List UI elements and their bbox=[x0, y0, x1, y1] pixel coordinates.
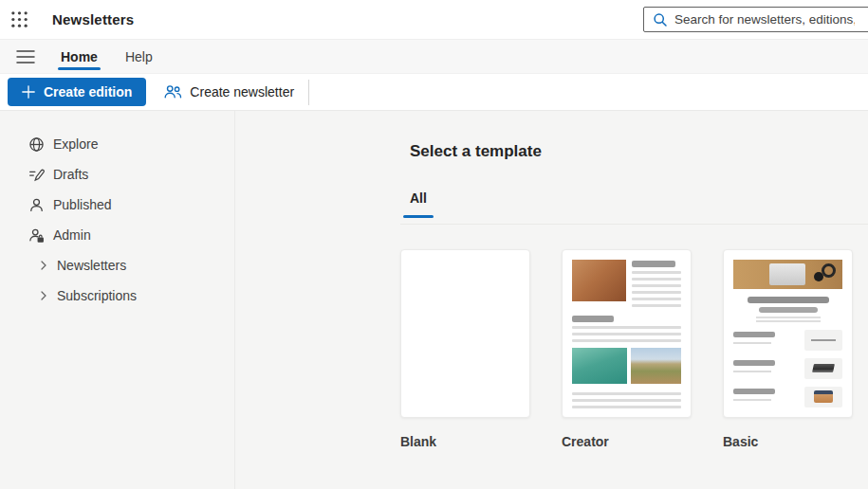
creator-thumbnail bbox=[572, 260, 681, 408]
tab-help[interactable]: Help bbox=[122, 40, 156, 73]
hamburger-menu-icon[interactable] bbox=[16, 40, 35, 73]
thumb-headphone-ring bbox=[822, 263, 836, 278]
tab-all-label: All bbox=[410, 190, 427, 206]
sidebar-item-published[interactable]: Published bbox=[0, 190, 234, 220]
thumb-subtitle-bar bbox=[759, 307, 818, 313]
person-icon bbox=[28, 197, 45, 213]
search-box[interactable] bbox=[643, 7, 868, 32]
create-newsletter-label: Create newsletter bbox=[190, 84, 294, 100]
people-icon bbox=[163, 82, 182, 101]
sidebar-item-explore[interactable]: Explore bbox=[0, 129, 234, 159]
sidebar-item-admin[interactable]: Admin bbox=[0, 220, 234, 250]
search-input[interactable] bbox=[674, 12, 855, 27]
sidebar-item-label: Admin bbox=[53, 227, 91, 243]
search-icon bbox=[653, 12, 668, 27]
sidebar-item-label: Subscriptions bbox=[57, 288, 137, 303]
tab-home-label: Home bbox=[61, 49, 98, 64]
sidebar-item-label: Explore bbox=[53, 136, 98, 152]
chevron-right-icon bbox=[35, 260, 51, 271]
thumb-title-bar bbox=[572, 316, 614, 322]
globe-icon bbox=[28, 136, 45, 153]
sidebar: Explore Drafts Published bbox=[0, 111, 235, 489]
page-title: Newsletters bbox=[52, 11, 134, 27]
thumb-landscape-photo bbox=[631, 348, 681, 384]
template-label: Basic bbox=[723, 434, 853, 449]
sidebar-item-label: Newsletters bbox=[57, 258, 126, 273]
create-edition-button[interactable]: Create edition bbox=[8, 78, 146, 106]
thumb-product-photo bbox=[804, 330, 842, 351]
sidebar-item-drafts[interactable]: Drafts bbox=[0, 159, 234, 190]
waffle-grid-icon bbox=[10, 10, 28, 28]
drafts-pen-icon bbox=[28, 167, 45, 183]
thumb-banner-photo bbox=[733, 260, 842, 289]
sidebar-item-label: Published bbox=[53, 197, 112, 212]
thumb-title-bar bbox=[632, 261, 675, 267]
template-label: Creator bbox=[562, 434, 692, 449]
plus-icon bbox=[22, 85, 35, 99]
template-tile-blank: Blank bbox=[400, 249, 530, 449]
template-card-creator[interactable] bbox=[562, 249, 692, 418]
thumb-portrait-photo bbox=[572, 260, 626, 301]
command-toolbar: Create edition Create newsletter bbox=[0, 74, 868, 111]
template-card-row: Blank bbox=[400, 249, 868, 449]
template-picker-panel: Select a template All Blank bbox=[235, 111, 868, 489]
sidebar-item-label: Drafts bbox=[53, 167, 88, 182]
sidebar-item-newsletters[interactable]: Newsletters bbox=[0, 250, 234, 281]
tab-home[interactable]: Home bbox=[58, 40, 101, 73]
thumb-title-bar bbox=[748, 297, 829, 303]
basic-thumbnail bbox=[733, 260, 842, 408]
chevron-right-icon bbox=[35, 290, 51, 301]
thumb-ocean-photo bbox=[572, 348, 627, 384]
template-filter-tabs: All bbox=[400, 190, 868, 225]
person-admin-icon bbox=[28, 227, 45, 244]
template-card-basic[interactable] bbox=[723, 249, 853, 418]
template-tile-basic: Basic bbox=[723, 249, 853, 449]
template-tile-creator: Creator bbox=[562, 249, 692, 449]
toolbar-divider bbox=[308, 80, 309, 105]
create-newsletter-button[interactable]: Create newsletter bbox=[158, 78, 299, 106]
content-area: Explore Drafts Published bbox=[0, 111, 868, 489]
sidebar-item-subscriptions[interactable]: Subscriptions bbox=[0, 281, 234, 311]
tab-all-templates[interactable]: All bbox=[400, 190, 436, 224]
select-template-heading: Select a template bbox=[410, 142, 868, 161]
top-app-bar: Newsletters bbox=[0, 0, 868, 39]
create-edition-label: Create edition bbox=[44, 84, 132, 100]
app-launcher-waffle-icon[interactable] bbox=[0, 1, 38, 39]
thumb-laptop bbox=[769, 263, 805, 285]
thumb-product-photo bbox=[804, 358, 842, 379]
template-card-blank[interactable] bbox=[400, 249, 530, 418]
template-label: Blank bbox=[400, 434, 530, 449]
navigation-bar: Home Help bbox=[0, 39, 868, 74]
tab-help-label: Help bbox=[125, 49, 153, 64]
thumb-product-photo bbox=[804, 387, 842, 408]
